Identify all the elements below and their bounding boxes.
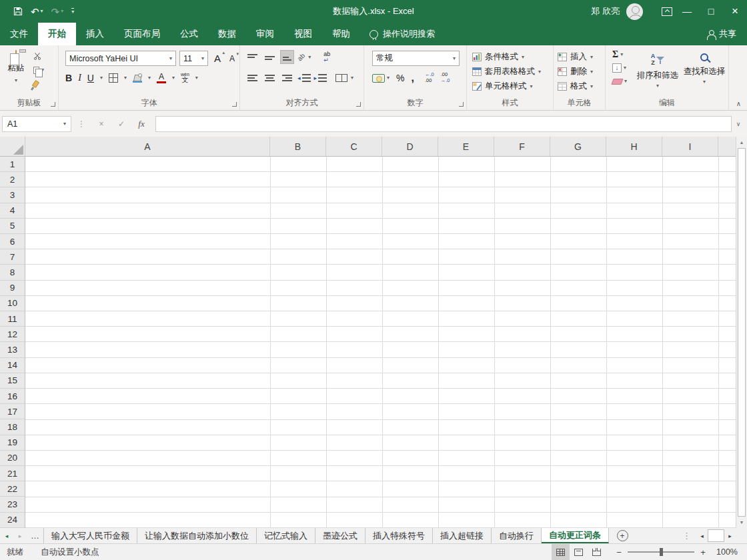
ribbon-display-options-icon[interactable] <box>662 7 672 16</box>
font-name-select[interactable]: Microsoft YaHei UI ▾ <box>65 51 176 66</box>
fill-button[interactable]: ↓ ▾ <box>612 63 627 73</box>
wrap-text-button[interactable]: ab ↵ <box>323 51 330 63</box>
zoom-level[interactable]: 100% <box>710 547 738 557</box>
row-header[interactable]: 24 <box>0 513 25 528</box>
close-button[interactable]: × <box>723 0 747 23</box>
orientation-button[interactable]: ab <box>296 52 307 63</box>
underline-button[interactable]: U <box>87 73 94 83</box>
format-as-table-button[interactable]: 套用表格格式 ▾ <box>472 66 541 77</box>
autosum-button[interactable]: Σ ▾ <box>612 50 627 59</box>
maximize-button[interactable]: □ <box>699 0 723 23</box>
tab-help[interactable]: 帮助 <box>322 23 360 45</box>
tab-page-layout[interactable]: 页面布局 <box>114 23 170 45</box>
zoom-slider[interactable] <box>628 551 694 553</box>
font-color-button[interactable]: A <box>157 73 166 83</box>
more-sheets-button[interactable]: … <box>27 528 44 543</box>
conditional-formatting-button[interactable]: 条件格式 ▾ <box>472 51 524 63</box>
user-avatar[interactable] <box>626 3 643 20</box>
sheet-tab-active[interactable]: 自动更正词条 <box>542 528 609 543</box>
copy-button[interactable]: ▾ <box>33 65 44 75</box>
alignment-dialog-launcher[interactable] <box>356 102 361 107</box>
column-header-h[interactable]: H <box>606 137 662 156</box>
paste-button[interactable]: 粘贴 ▾ <box>3 51 29 84</box>
increase-font-button[interactable]: A▴ <box>211 53 223 64</box>
format-painter-button[interactable] <box>33 79 44 89</box>
column-header-g[interactable]: G <box>550 137 606 156</box>
horizontal-scroll-thumb[interactable] <box>708 529 724 542</box>
customize-qat-button[interactable]: ▾ <box>71 8 74 15</box>
sheet-tab[interactable]: 插入超链接 <box>433 528 492 543</box>
phonetic-guide-button[interactable]: wén 文 <box>181 72 189 83</box>
fill-color-button[interactable] <box>133 73 142 83</box>
column-header-c[interactable]: C <box>326 137 382 156</box>
sheet-nav-right-button[interactable]: ▸ <box>13 528 27 543</box>
row-header[interactable]: 19 <box>0 435 25 451</box>
sheet-tab[interactable]: 插入特殊符号 <box>365 528 433 543</box>
select-all-button[interactable] <box>0 137 25 156</box>
tab-home[interactable]: 开始 <box>38 23 76 45</box>
tab-file[interactable]: 文件 <box>0 23 38 45</box>
align-left-button[interactable] <box>245 71 259 85</box>
row-header[interactable]: 2 <box>0 172 25 187</box>
decrease-decimal-button[interactable]: .00 →.0 <box>441 72 450 83</box>
column-header-d[interactable]: D <box>382 137 438 156</box>
tab-data[interactable]: 数据 <box>208 23 246 45</box>
horizontal-scrollbar[interactable]: ◂ ▸ <box>696 528 736 543</box>
sheet-tab[interactable]: 输入大写人民币金额 <box>44 528 137 543</box>
decrease-indent-button[interactable]: ◂ <box>297 74 311 82</box>
page-break-view-button[interactable] <box>588 544 606 560</box>
row-header[interactable]: 11 <box>0 311 25 327</box>
insert-function-button[interactable]: fx <box>131 119 151 129</box>
formula-input[interactable] <box>155 116 732 132</box>
row-header[interactable]: 3 <box>0 187 25 203</box>
tab-view[interactable]: 视图 <box>284 23 322 45</box>
clear-button[interactable]: ▾ <box>612 77 627 86</box>
worksheet-grid[interactable] <box>25 157 736 528</box>
row-header[interactable]: 5 <box>0 219 25 234</box>
increase-decimal-button[interactable]: ←.0 .00 <box>425 72 434 83</box>
tell-me-search[interactable]: 操作说明搜索 <box>360 23 444 45</box>
tab-insert[interactable]: 插入 <box>76 23 114 45</box>
number-format-select[interactable]: 常规 ▾ <box>372 51 460 66</box>
column-header-e[interactable]: E <box>438 137 494 156</box>
column-header-b[interactable]: B <box>270 137 326 156</box>
row-header[interactable]: 8 <box>0 265 25 280</box>
name-box[interactable]: A1 ▾ <box>2 116 71 132</box>
row-header[interactable]: 18 <box>0 419 25 435</box>
sheet-tab[interactable]: 让输入数据自动添加小数位 <box>137 528 257 543</box>
cell-styles-button[interactable]: 单元格样式 ▾ <box>472 81 533 92</box>
top-align-button[interactable] <box>245 50 259 64</box>
percent-style-button[interactable]: % <box>396 73 404 83</box>
italic-button[interactable]: I <box>78 73 81 83</box>
align-right-button[interactable] <box>280 71 294 85</box>
tab-review[interactable]: 审阅 <box>246 23 284 45</box>
row-header[interactable]: 1 <box>0 157 25 172</box>
row-header[interactable]: 17 <box>0 404 25 419</box>
sheet-nav-left-button[interactable]: ◂ <box>0 528 13 543</box>
delete-cells-button[interactable]: 删除 ▾ <box>558 66 593 77</box>
column-header-a[interactable]: A <box>25 137 270 156</box>
zoom-slider-handle[interactable] <box>660 548 663 556</box>
new-sheet-button[interactable]: + <box>609 528 636 543</box>
row-header[interactable]: 23 <box>0 497 25 512</box>
sort-filter-button[interactable]: AZ 排序和筛选 ▾ <box>635 51 680 89</box>
row-header[interactable]: 14 <box>0 358 25 373</box>
sheet-tab[interactable]: 记忆式输入 <box>257 528 315 543</box>
save-icon[interactable] <box>13 7 23 16</box>
vertical-scroll-thumb[interactable] <box>738 148 746 517</box>
number-dialog-launcher[interactable] <box>459 102 464 107</box>
row-header[interactable]: 16 <box>0 389 25 404</box>
hscroll-left-button[interactable]: ◂ <box>696 533 708 539</box>
row-header[interactable]: 10 <box>0 296 25 311</box>
vertical-scrollbar[interactable]: ▲ ▼ <box>736 137 747 528</box>
zoom-out-button[interactable]: − <box>612 547 626 557</box>
column-header-i[interactable]: I <box>662 137 718 156</box>
accounting-format-button[interactable]: ▾ <box>372 74 390 83</box>
cut-button[interactable] <box>33 51 44 61</box>
confirm-entry-button[interactable]: ✓ <box>111 119 131 129</box>
column-header-f[interactable]: F <box>494 137 550 156</box>
share-button[interactable]: 共享 <box>696 23 747 45</box>
cancel-entry-button[interactable]: × <box>91 119 111 129</box>
format-cells-button[interactable]: 格式 ▾ <box>558 81 593 92</box>
clipboard-dialog-launcher[interactable] <box>51 102 55 107</box>
